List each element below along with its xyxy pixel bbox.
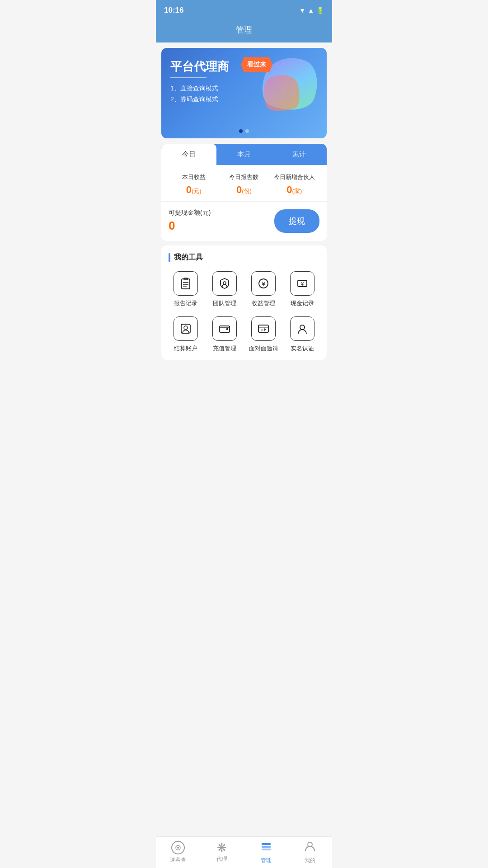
stat-partners-number: 0 bbox=[286, 184, 292, 195]
banner-underline bbox=[170, 77, 206, 78]
page-header: 管理 bbox=[156, 20, 332, 42]
stat-reports-value: 0(份) bbox=[219, 184, 269, 196]
stat-partners: 今日新增合伙人 0(家) bbox=[269, 173, 319, 196]
stat-income-value: 0(元) bbox=[169, 184, 219, 196]
stat-partners-unit: (家) bbox=[292, 188, 302, 194]
tool-item-2[interactable]: ¥ 收益管理 bbox=[246, 271, 281, 307]
tool-icon-2: ¥ bbox=[251, 271, 276, 296]
tool-item-1[interactable]: 团队管理 bbox=[207, 271, 242, 307]
status-bar: 10:16 ▼ ▲ 🔋 bbox=[156, 0, 332, 20]
tool-item-3[interactable]: ¥ 现金记录 bbox=[285, 271, 319, 307]
svg-rect-13 bbox=[226, 328, 228, 330]
tool-icon-6 bbox=[251, 316, 276, 341]
stat-reports-label: 今日报告数 bbox=[219, 173, 269, 181]
stats-section: 今日 本月 累计 本日收益 0(元) 今日报告数 0(份) 今日新增合伙人 bbox=[161, 144, 327, 241]
svg-rect-0 bbox=[182, 279, 190, 289]
banner-badge: 看过来 bbox=[241, 57, 272, 72]
banner-item-2: 2、券码查询模式 bbox=[170, 95, 318, 104]
status-icons: ▼ ▲ 🔋 bbox=[299, 7, 324, 14]
tool-label-4: 结算账户 bbox=[174, 344, 197, 353]
tool-label-1: 团队管理 bbox=[213, 299, 236, 307]
tool-icon-5 bbox=[212, 316, 237, 341]
svg-rect-14 bbox=[258, 325, 268, 332]
stat-reports-number: 0 bbox=[236, 184, 242, 195]
stat-partners-value: 0(家) bbox=[269, 184, 319, 196]
stat-income-label: 本日收益 bbox=[169, 173, 219, 181]
tool-label-7: 实名认证 bbox=[291, 344, 314, 353]
tools-header: 我的工具 bbox=[169, 253, 319, 262]
wifi-icon: ▼ bbox=[299, 7, 305, 14]
tab-month[interactable]: 本月 bbox=[216, 144, 272, 165]
tool-label-3: 现金记录 bbox=[291, 299, 314, 307]
dot-1 bbox=[239, 129, 243, 133]
dot-2 bbox=[245, 129, 249, 133]
stat-income: 本日收益 0(元) bbox=[169, 173, 219, 196]
withdrawal-info: 可提现金额(元) 0 bbox=[169, 209, 211, 233]
stats-grid: 本日收益 0(元) 今日报告数 0(份) 今日新增合伙人 0(家) bbox=[161, 165, 327, 202]
svg-point-15 bbox=[300, 325, 305, 330]
tool-item-0[interactable]: 报告记录 bbox=[169, 271, 203, 307]
withdrawal-label: 可提现金额(元) bbox=[169, 209, 211, 217]
svg-point-5 bbox=[223, 282, 226, 284]
svg-text:¥: ¥ bbox=[261, 280, 265, 287]
svg-text:¥: ¥ bbox=[300, 281, 304, 287]
stats-tabs: 今日 本月 累计 bbox=[161, 144, 327, 165]
tool-icon-4 bbox=[174, 316, 198, 341]
stat-income-number: 0 bbox=[186, 184, 192, 195]
stat-reports: 今日报告数 0(份) bbox=[219, 173, 269, 196]
tools-indicator bbox=[169, 253, 170, 262]
svg-point-11 bbox=[184, 326, 188, 330]
tool-label-6: 面对面邀请 bbox=[249, 344, 278, 353]
withdrawal-amount: 0 bbox=[169, 219, 211, 233]
tool-label-0: 报告记录 bbox=[174, 299, 197, 307]
tool-icon-3: ¥ bbox=[290, 271, 314, 296]
tool-label-5: 充值管理 bbox=[213, 344, 236, 353]
tool-item-5[interactable]: 充值管理 bbox=[207, 316, 242, 353]
signal-icon: ▲ bbox=[308, 7, 314, 14]
banner: 平台代理商 1、直接查询模式 2、券码查询模式 看过来 bbox=[161, 48, 327, 138]
withdrawal-row: 可提现金额(元) 0 提现 bbox=[161, 202, 327, 241]
tool-icon-7 bbox=[290, 316, 314, 341]
tool-item-6[interactable]: 面对面邀请 bbox=[246, 316, 281, 353]
stat-income-unit: (元) bbox=[192, 188, 202, 194]
tab-today[interactable]: 今日 bbox=[161, 144, 216, 165]
tools-title: 我的工具 bbox=[174, 253, 203, 262]
tab-total[interactable]: 累计 bbox=[272, 144, 327, 165]
tool-icon-0 bbox=[174, 271, 198, 296]
tool-item-4[interactable]: 结算账户 bbox=[169, 316, 203, 353]
tools-grid: 报告记录 团队管理 ¥ 收益管理 ¥ 现金记录 结算账户 充值管理 面对面邀请 … bbox=[169, 271, 319, 353]
tools-section: 我的工具 报告记录 团队管理 ¥ 收益管理 ¥ 现金记录 结算账户 充值管理 面… bbox=[161, 245, 327, 360]
withdrawal-button[interactable]: 提现 bbox=[274, 209, 319, 233]
tool-icon-1 bbox=[212, 271, 237, 296]
status-time: 10:16 bbox=[164, 6, 183, 15]
tool-item-7[interactable]: 实名认证 bbox=[285, 316, 319, 353]
banner-dots bbox=[239, 129, 249, 133]
stat-reports-unit: (份) bbox=[242, 188, 252, 194]
stat-partners-label: 今日新增合伙人 bbox=[269, 173, 319, 181]
page-title: 管理 bbox=[236, 25, 252, 34]
battery-icon: 🔋 bbox=[316, 7, 324, 14]
tool-label-2: 收益管理 bbox=[252, 299, 275, 307]
banner-item-1: 1、直接查询模式 bbox=[170, 85, 318, 93]
